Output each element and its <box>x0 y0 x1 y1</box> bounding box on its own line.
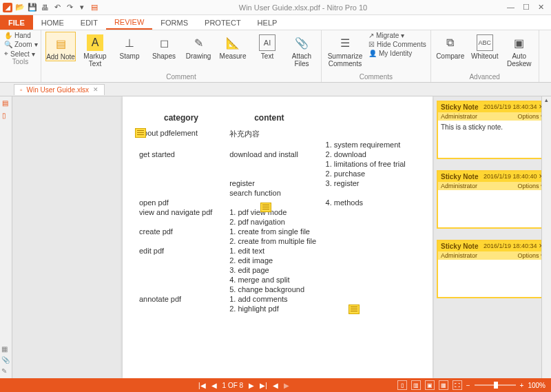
nav-back-button[interactable]: ◀ <box>273 382 278 389</box>
migrate-button[interactable]: ↗ Migrate ▾ <box>368 32 426 39</box>
zoom-in-button[interactable]: + <box>520 382 524 389</box>
zoom-slider[interactable] <box>475 384 516 386</box>
deskew-icon: ▣ <box>511 34 528 51</box>
table-cell <box>227 140 322 149</box>
note-author: Administrator <box>441 113 477 120</box>
maximize-button[interactable]: ☐ <box>523 3 530 12</box>
scroll-up-icon[interactable]: ▴ <box>542 96 551 106</box>
shapes-button[interactable]: ◻Shapes <box>149 32 179 60</box>
table-cell: search function <box>227 188 322 198</box>
table-row: get starteddownload and install2. downlo… <box>136 149 419 159</box>
auto-deskew-button[interactable]: ▣Auto Deskew <box>504 32 534 68</box>
table-cell <box>323 207 419 217</box>
tab-forms[interactable]: FORMS <box>152 15 196 30</box>
attachments-icon[interactable]: 📎 <box>1 356 10 364</box>
attach-files-button[interactable]: 📎Attach Files <box>287 32 317 68</box>
document-tab-label: Win User Guide.xlsx <box>27 86 90 94</box>
sticky-note-marker[interactable] <box>260 203 271 212</box>
signatures-icon[interactable]: ✎ <box>1 367 10 375</box>
table-cell <box>323 236 419 246</box>
note-options[interactable]: Options ▾ <box>517 252 544 259</box>
measure-button[interactable]: 📐Measure <box>218 32 248 60</box>
drawing-button[interactable]: ✎Drawing <box>183 32 214 60</box>
sticky-note-marker[interactable] <box>349 305 360 314</box>
first-page-button[interactable]: |◀ <box>198 382 206 389</box>
table-row: open pdf4. methods <box>136 198 419 207</box>
pages-panel-icon[interactable]: ▤ <box>2 99 10 107</box>
save-icon[interactable]: 💾 <box>28 3 37 12</box>
table-cell: 2. edit image <box>227 256 322 265</box>
qat-dropdown-icon[interactable]: ▾ <box>77 3 87 12</box>
table-row: 3. edit page <box>136 265 419 275</box>
tab-home[interactable]: HOME <box>33 15 72 30</box>
qat-extra-icon[interactable]: ▤ <box>90 3 99 12</box>
prev-page-button[interactable]: ◀ <box>211 382 217 389</box>
layers-icon[interactable]: ▦ <box>1 345 10 353</box>
stamp-button[interactable]: ⊥Stamp <box>114 32 145 60</box>
view-continuous-button[interactable]: ▥ <box>411 380 421 390</box>
table-cell <box>136 236 227 246</box>
page-area[interactable]: category content about pdfelement补充内容1. … <box>12 96 434 378</box>
view-fullscreen-button[interactable]: ⛶ <box>453 380 462 390</box>
whiteout-button[interactable]: ABCWhiteout <box>470 32 500 60</box>
summarize-comments-button[interactable]: ☰Summarize Comments <box>326 32 364 68</box>
note-options[interactable]: Options ▾ <box>517 183 544 189</box>
col-header-category: category <box>164 113 198 123</box>
sticky-note-card[interactable]: Sticky Note2016/1/19 18:40:40 ✕Administr… <box>437 170 548 229</box>
note-body[interactable]: This is a sticky note. <box>438 121 547 158</box>
hide-comments-button[interactable]: ☒ Hide Comments <box>368 41 426 48</box>
table-row: 2. pdf navigation <box>136 217 419 227</box>
zoom-out-button[interactable]: − <box>466 382 470 389</box>
bookmarks-panel-icon[interactable]: ▯ <box>2 112 10 120</box>
view-facing-button[interactable]: ▣ <box>425 380 435 390</box>
note-body[interactable] <box>438 260 547 297</box>
my-identity-button[interactable]: 👤 My Identity <box>368 50 426 57</box>
add-note-button[interactable]: ▤Add Note <box>45 32 76 61</box>
note-title: Sticky Note <box>441 103 478 111</box>
sticky-note-card[interactable]: Sticky Note2016/1/19 18:40:34 ✕Administr… <box>437 101 548 159</box>
tab-file[interactable]: FILE <box>0 15 33 30</box>
undo-icon[interactable]: ↶ <box>52 3 62 12</box>
minimize-button[interactable]: — <box>507 3 514 12</box>
tab-edit[interactable]: EDIT <box>72 15 106 30</box>
text-button[interactable]: AIText <box>252 32 282 60</box>
close-tab-icon[interactable]: ✕ <box>93 86 98 93</box>
pdf-page: category content about pdfelement补充内容1. … <box>123 96 433 378</box>
view-single-button[interactable]: ▯ <box>397 380 407 390</box>
view-facing-continuous-button[interactable]: ▦ <box>439 380 448 390</box>
table-cell: create pdf <box>136 227 227 236</box>
table-cell: annotate pdf <box>136 294 227 304</box>
table-row: edit pdf1. edit text <box>136 246 419 256</box>
nav-forward-button[interactable]: ▶ <box>284 382 289 389</box>
hand-tool[interactable]: ✋ Hand <box>4 32 37 39</box>
note-options[interactable]: Options ▾ <box>517 113 544 120</box>
markup-text-button[interactable]: AMarkup Text <box>80 32 110 68</box>
tab-review[interactable]: REVIEW <box>106 15 152 30</box>
tab-protect[interactable]: PROTECT <box>196 15 249 30</box>
table-cell: 1. edit text <box>227 246 322 256</box>
vertical-scrollbar[interactable]: ▴ <box>541 96 551 378</box>
sticky-note-card[interactable]: Sticky Note2016/1/19 18:40:34 ✕Administr… <box>437 240 548 298</box>
note-body[interactable] <box>438 190 547 227</box>
redo-icon[interactable]: ↷ <box>65 3 74 12</box>
next-page-button[interactable]: ▶ <box>249 382 254 389</box>
sticky-note-marker[interactable] <box>135 128 146 138</box>
table-cell <box>227 159 322 169</box>
table-cell: 4. methods <box>323 198 419 207</box>
open-icon[interactable]: 📂 <box>15 3 25 12</box>
document-tab[interactable]: ▫ Win User Guide.xlsx ✕ <box>14 84 105 95</box>
zoom-tool[interactable]: 🔍 Zoom ▾ <box>4 41 37 48</box>
compare-button[interactable]: ⧉Compare <box>435 32 466 60</box>
select-tool[interactable]: ⌖ Select ▾ <box>4 50 37 58</box>
table-cell: about pdfelement <box>136 128 227 140</box>
table-cell <box>136 178 227 188</box>
tab-help[interactable]: HELP <box>249 15 286 30</box>
print-icon[interactable]: 🖶 <box>40 3 50 12</box>
last-page-button[interactable]: ▶| <box>260 382 267 389</box>
table-cell <box>227 198 322 207</box>
table-cell <box>323 304 419 313</box>
measure-icon: 📐 <box>225 34 241 51</box>
table-cell: register <box>227 178 322 188</box>
left-nav-rail: ▤ ▯ <box>0 96 12 378</box>
close-button[interactable]: ✕ <box>538 3 544 12</box>
